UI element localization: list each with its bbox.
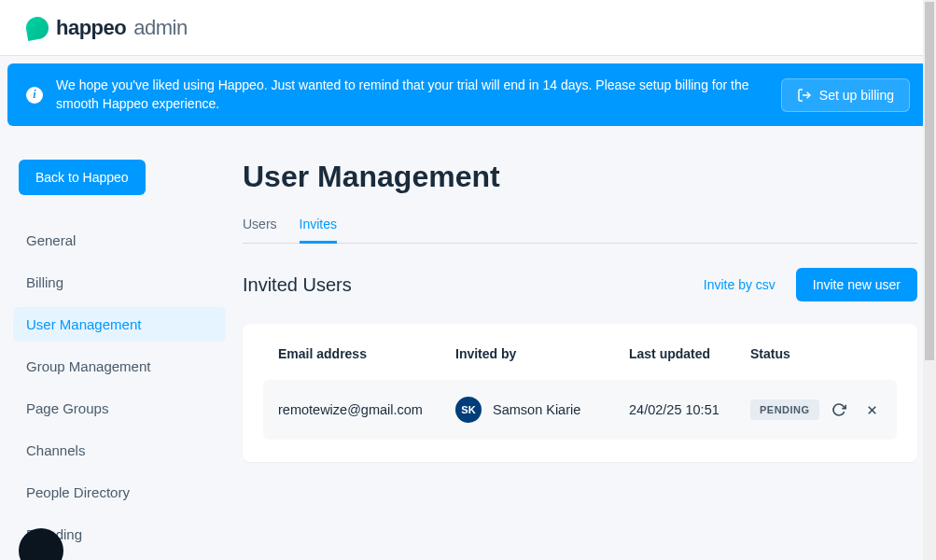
close-icon[interactable] [864, 401, 881, 418]
tab-invites[interactable]: Invites [300, 217, 337, 243]
invited-users-card: Email address Invited by Last updated St… [243, 324, 917, 462]
invite-new-user-button[interactable]: Invite new user [796, 268, 917, 301]
sidebar-item-channels[interactable]: Channels [13, 433, 226, 468]
sidebar: Back to Happeo General Billing User Mana… [7, 133, 231, 559]
cell-invited-by: SK Samson Kiarie [455, 397, 629, 423]
back-to-happeo-button[interactable]: Back to Happeo [19, 160, 146, 195]
tabs: Users Invites [243, 217, 917, 244]
tab-users[interactable]: Users [243, 217, 277, 243]
cell-last-updated: 24/02/25 10:51 [629, 402, 750, 417]
col-last-updated: Last updated [629, 346, 750, 361]
avatar: SK [455, 397, 482, 423]
brand-suffix: admin [133, 16, 187, 40]
brand-name: happeo [56, 16, 126, 40]
sidebar-item-group-management[interactable]: Group Management [13, 349, 226, 384]
invite-by-csv-link[interactable]: Invite by csv [704, 277, 775, 292]
sidebar-item-people-directory[interactable]: People Directory [13, 475, 226, 510]
col-status: Status [750, 346, 882, 361]
main-content: User Management Users Invites Invited Us… [231, 133, 929, 559]
section-title: Invited Users [243, 274, 352, 296]
col-invited-by: Invited by [455, 346, 629, 361]
cell-email: remotewize@gmail.com [278, 402, 455, 417]
sidebar-item-billing[interactable]: Billing [13, 265, 226, 300]
happeo-logo-icon [24, 15, 50, 41]
banner-text: We hope you've liked using Happeo. Just … [56, 77, 768, 113]
status-badge: PENDING [750, 399, 819, 420]
table-row: remotewize@gmail.com SK Samson Kiarie 24… [263, 380, 897, 440]
setup-billing-label: Set up billing [819, 88, 894, 103]
info-icon: i [26, 87, 43, 104]
section-header: Invited Users Invite by csv Invite new u… [243, 268, 917, 301]
exit-icon [797, 88, 812, 103]
sidebar-item-page-groups[interactable]: Page Groups [13, 391, 226, 426]
sidebar-item-user-management[interactable]: User Management [13, 307, 226, 342]
topbar: happeo admin [0, 0, 936, 56]
table-header: Email address Invited by Last updated St… [263, 346, 897, 380]
setup-billing-button[interactable]: Set up billing [781, 78, 910, 112]
cell-status: PENDING [750, 399, 882, 420]
trial-banner: i We hope you've liked using Happeo. Jus… [7, 63, 929, 126]
scrollbar[interactable] [923, 0, 936, 560]
page-title: User Management [243, 160, 917, 194]
inviter-name: Samson Kiarie [493, 402, 580, 417]
sidebar-item-general[interactable]: General [13, 223, 226, 258]
col-email: Email address [278, 346, 455, 361]
scrollbar-thumb[interactable] [925, 2, 934, 360]
logo[interactable]: happeo admin [26, 16, 188, 40]
refresh-icon[interactable] [831, 401, 847, 418]
